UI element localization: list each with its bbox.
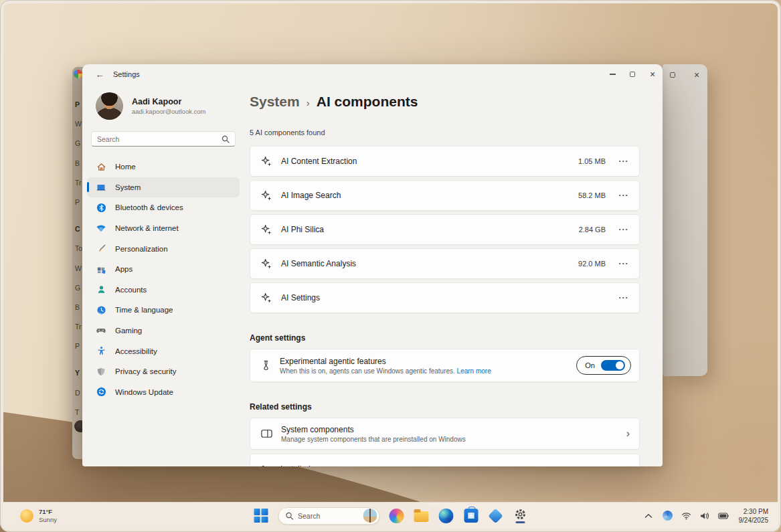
microsoft-store-icon[interactable] <box>463 508 479 523</box>
settings-titlebar: ← Settings × <box>82 64 663 84</box>
breadcrumb-parent[interactable]: System <box>250 94 300 110</box>
ai-component-size: 1.05 MB <box>578 157 606 165</box>
background-maximize-button[interactable] <box>668 71 677 79</box>
agentic-features-title: Experimental agentic features <box>280 357 491 366</box>
sidebar-item-label: Network & internet <box>115 224 179 232</box>
agentic-features-description: When this is on, agents can use Windows … <box>280 367 455 375</box>
ai-component-name: AI Semantic Analysis <box>281 259 356 268</box>
settings-window: ← Settings × Aadi Kapoor aadi.kapoor@out… <box>82 64 663 466</box>
battery-icon[interactable] <box>718 510 729 521</box>
sidebar-item-time-language[interactable]: Time & language <box>87 300 240 321</box>
accessibility-icon <box>96 346 106 357</box>
copilot-taskbar-icon[interactable] <box>389 508 404 523</box>
sidebar-item-windows-update[interactable]: Windows Update <box>87 382 240 403</box>
ai-sparkle-icon <box>261 190 272 201</box>
more-options-button[interactable]: ··· <box>616 293 631 302</box>
flask-icon <box>261 360 271 371</box>
sidebar-item-network-internet[interactable]: Network & internet <box>87 218 240 239</box>
sidebar-item-label: System <box>115 183 141 191</box>
breadcrumb-separator-icon: › <box>307 97 310 108</box>
search-icon <box>222 135 230 143</box>
sidebar-item-accessibility[interactable]: Accessibility <box>87 341 240 361</box>
tray-chevron-up-icon[interactable] <box>643 510 655 521</box>
more-options-button[interactable]: ··· <box>616 157 631 166</box>
ai-component-row[interactable]: AI Settings ··· <box>250 282 640 313</box>
system-icon <box>96 182 106 193</box>
user-email: aadi.kapoor@outlook.com <box>132 108 206 115</box>
sidebar-item-privacy-security[interactable]: Privacy & security <box>87 361 240 382</box>
sidebar-item-gaming[interactable]: Gaming <box>87 321 240 341</box>
ai-component-row[interactable]: AI Phi Silica 2.84 GB ··· <box>250 214 640 245</box>
ai-component-name: AI Content Extraction <box>281 157 357 166</box>
breadcrumb: System › AI components <box>250 94 663 110</box>
home-icon <box>96 161 106 172</box>
ai-sparkle-icon <box>261 156 272 167</box>
account-profile[interactable]: Aadi Kapoor aadi.kapoor@outlook.com <box>96 92 244 120</box>
installed-apps-title: Installed apps <box>280 464 330 466</box>
wifi-icon[interactable] <box>681 510 692 521</box>
maximize-button[interactable] <box>622 66 642 82</box>
tray-time: 2:30 PM <box>744 507 768 516</box>
ai-component-name: AI Image Search <box>281 191 341 200</box>
ai-sparkle-icon <box>261 258 272 270</box>
ai-component-size: 2.84 GB <box>579 226 606 234</box>
ai-component-row[interactable]: AI Semantic Analysis 92.0 MB ··· <box>250 248 640 279</box>
weather-widget[interactable]: 71°F Sunny <box>20 508 57 524</box>
sidebar-item-apps[interactable]: Apps <box>87 259 240 280</box>
weather-temperature: 71°F <box>39 508 57 516</box>
more-options-button[interactable]: ··· <box>616 225 631 234</box>
learn-more-link[interactable]: Learn more <box>457 367 491 375</box>
background-close-button[interactable]: × <box>692 71 701 79</box>
blue-gem-app-icon[interactable] <box>488 508 503 523</box>
search-input[interactable] <box>92 135 222 143</box>
sidebar-item-system[interactable]: System <box>87 177 240 198</box>
active-app-indicator <box>516 521 525 523</box>
sidebar-item-bluetooth-devices[interactable]: Bluetooth & devices <box>87 197 240 218</box>
close-button[interactable]: × <box>642 66 663 82</box>
sidebar-item-home[interactable]: Home <box>87 157 240 177</box>
page-title: AI components <box>317 94 418 110</box>
sidebar-item-accounts[interactable]: Accounts <box>87 280 240 300</box>
start-button[interactable] <box>253 508 268 523</box>
agentic-toggle-group: On <box>576 356 631 375</box>
desktop: P W G B Tr P C To W G B Tr <box>0 0 781 532</box>
chevron-right-icon: › <box>626 464 630 466</box>
tray-app-icon[interactable] <box>662 510 673 521</box>
system-components-title: System components <box>281 425 466 434</box>
accounts-icon <box>96 284 106 295</box>
installed-apps-icon <box>261 465 272 467</box>
installed-apps-row[interactable]: Installed apps › <box>250 454 640 466</box>
ai-component-size: 58.2 MB <box>578 191 606 199</box>
file-explorer-icon[interactable] <box>414 508 429 523</box>
background-window-right: × <box>663 64 707 376</box>
personalization-icon <box>96 244 106 254</box>
ai-component-row[interactable]: AI Image Search 58.2 MB ··· <box>250 180 640 211</box>
settings-search-box[interactable] <box>91 131 236 147</box>
privacy-icon <box>96 366 106 377</box>
taskbar-clock[interactable]: 2:30 PM 9/24/2025 <box>739 507 769 525</box>
taskbar-search[interactable]: Search <box>278 507 379 525</box>
minimize-button[interactable] <box>602 66 622 82</box>
settings-nav: Home System Bluetooth & devices <box>82 157 244 402</box>
settings-taskbar-icon[interactable] <box>513 508 528 523</box>
apps-icon <box>96 264 106 274</box>
toggle-knob <box>616 361 624 369</box>
sidebar-item-personalization[interactable]: Personalization <box>87 238 240 259</box>
windows-update-icon <box>96 387 106 397</box>
volume-icon[interactable] <box>699 510 711 521</box>
bluetooth-icon <box>96 202 106 213</box>
more-options-button[interactable]: ··· <box>616 191 631 200</box>
chevron-right-icon: › <box>626 428 630 439</box>
chrome-icon <box>74 70 82 78</box>
back-button[interactable]: ← <box>92 68 108 81</box>
agentic-features-toggle[interactable] <box>601 360 625 371</box>
tray-date: 9/24/2025 <box>739 516 769 525</box>
system-components-row[interactable]: System components Manage system componen… <box>250 418 640 450</box>
ai-sparkle-icon <box>261 224 272 236</box>
search-highlight-image[interactable] <box>363 509 377 523</box>
ai-component-row[interactable]: AI Content Extraction 1.05 MB ··· <box>250 146 640 177</box>
more-options-button[interactable]: ··· <box>616 259 631 268</box>
system-components-description: Manage system components that are preins… <box>281 436 466 443</box>
sidebar-item-label: Accessibility <box>115 347 157 355</box>
edge-browser-icon[interactable] <box>438 508 454 523</box>
